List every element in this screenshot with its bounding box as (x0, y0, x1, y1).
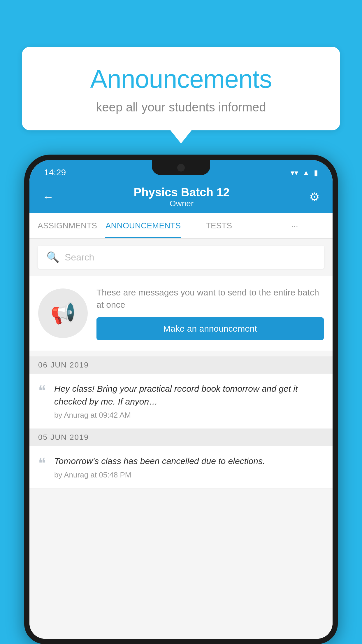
make-announcement-button[interactable]: Make an announcement (96, 317, 324, 340)
back-button[interactable]: ← (42, 190, 54, 204)
phone-content-wrapper: ← Physics Batch 12 Owner ⚙ ASSIGNMENTS A… (29, 181, 333, 639)
app-bar-title: Physics Batch 12 (133, 186, 229, 199)
promo-text-area: These are messages you want to send to t… (96, 286, 324, 340)
gear-icon[interactable]: ⚙ (309, 190, 320, 204)
camera-dot (177, 164, 185, 172)
wifi-icon: ▾▾ (291, 168, 298, 177)
promo-description: These are messages you want to send to t… (96, 286, 324, 311)
battery-icon: ▮ (314, 168, 318, 177)
bubble-title: Announcements (45, 64, 317, 94)
app-bar-center: Physics Batch 12 Owner (133, 186, 229, 208)
status-time: 14:29 (44, 167, 66, 177)
announcement-meta-1: by Anurag at 09:42 AM (54, 411, 324, 420)
speech-bubble-container: Announcements keep all your students inf… (22, 47, 340, 144)
app-bar-subtitle: Owner (133, 199, 229, 208)
announcement-message-1: Hey class! Bring your practical record b… (54, 382, 324, 408)
search-bar[interactable]: 🔍 Search (38, 246, 324, 269)
quote-icon-2: ❝ (38, 456, 46, 470)
phone-frame: 14:29 ▾▾ ▲ ▮ ← Physics Batch 12 Owner ⚙ … (24, 155, 338, 644)
announcement-item-2[interactable]: ❝ Tomorrow's class has been cancelled du… (29, 446, 333, 489)
search-placeholder: Search (65, 252, 94, 263)
announcement-text-2: Tomorrow's class has been cancelled due … (54, 455, 324, 480)
announcement-meta-2: by Anurag at 05:48 PM (54, 470, 324, 480)
announcement-item-1[interactable]: ❝ Hey class! Bring your practical record… (29, 374, 333, 429)
date-divider-1: 06 JUN 2019 (29, 356, 333, 374)
phone-notch (152, 160, 210, 175)
announcement-message-2: Tomorrow's class has been cancelled due … (54, 455, 324, 468)
speech-bubble: Announcements keep all your students inf… (22, 47, 340, 130)
announcement-text-1: Hey class! Bring your practical record b… (54, 382, 324, 420)
phone-inner: 14:29 ▾▾ ▲ ▮ ← Physics Batch 12 Owner ⚙ … (29, 160, 333, 639)
content-area: 🔍 Search 📢 These are messages you want t… (29, 239, 333, 639)
search-icon: 🔍 (46, 251, 59, 263)
status-icons: ▾▾ ▲ ▮ (291, 168, 318, 177)
tab-assignments[interactable]: ASSIGNMENTS (29, 213, 105, 238)
date-divider-2: 05 JUN 2019 (29, 429, 333, 446)
speech-bubble-tail (171, 130, 191, 144)
tab-announcements[interactable]: ANNOUNCEMENTS (105, 213, 181, 238)
promo-card: 📢 These are messages you want to send to… (29, 276, 333, 351)
bubble-subtitle: keep all your students informed (45, 100, 317, 114)
quote-icon-1: ❝ (38, 384, 46, 398)
promo-icon-circle: 📢 (38, 288, 88, 338)
tab-more[interactable]: ··· (257, 213, 333, 238)
tab-tests[interactable]: TESTS (181, 213, 257, 238)
signal-icon: ▲ (302, 168, 310, 177)
megaphone-icon: 📢 (50, 301, 76, 325)
tabs-bar: ASSIGNMENTS ANNOUNCEMENTS TESTS ··· (29, 213, 333, 239)
app-bar: ← Physics Batch 12 Owner ⚙ (29, 181, 333, 213)
